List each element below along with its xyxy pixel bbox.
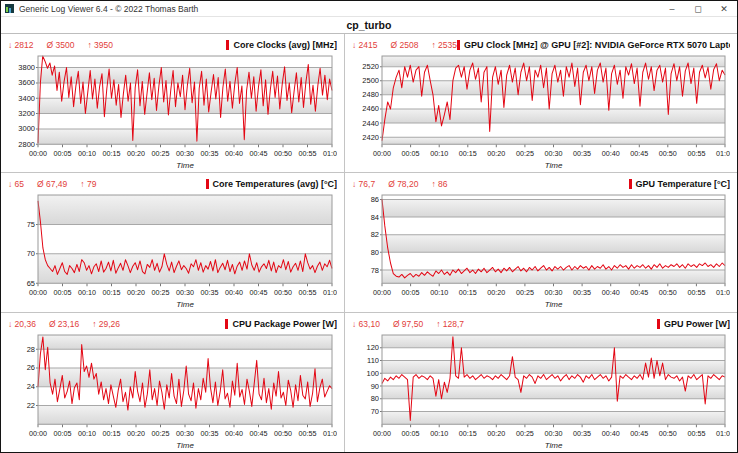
gpu-clock-stats: ↓ 2415 Ø 2508 ↑ 2535 (352, 40, 457, 50)
svg-text:00:55: 00:55 (687, 429, 705, 438)
svg-text:00:30: 00:30 (544, 289, 562, 298)
svg-text:00:15: 00:15 (459, 429, 477, 438)
svg-text:2420: 2420 (362, 133, 379, 142)
svg-text:00:35: 00:35 (201, 429, 219, 438)
core-temperatures-chart[interactable]: 65707500:0000:0500:1000:1500:2000:2500:3… (8, 192, 337, 310)
svg-text:Time: Time (176, 301, 194, 310)
stat-max: ↑ 29,26 (92, 319, 120, 329)
svg-text:90: 90 (371, 381, 379, 390)
title-bar: Generic Log Viewer 6.4 - © 2022 Thomas B… (1, 1, 737, 17)
legend-color-bar-icon (657, 319, 660, 329)
stat-avg: Ø 3500 (47, 40, 75, 50)
svg-text:00:10: 00:10 (78, 149, 96, 158)
stat-avg: Ø 2508 (391, 40, 419, 50)
svg-text:00:00: 00:00 (29, 289, 47, 298)
gpu-power-chart[interactable]: 70809010011012000:0000:0500:1000:1500:20… (352, 332, 730, 451)
svg-text:00:00: 00:00 (373, 289, 391, 298)
svg-text:00:40: 00:40 (225, 429, 243, 438)
svg-text:2480: 2480 (362, 90, 379, 99)
svg-text:00:30: 00:30 (176, 149, 194, 158)
svg-text:00:25: 00:25 (516, 149, 534, 158)
maximize-button[interactable]: ◻ (685, 1, 711, 16)
svg-text:00:45: 00:45 (249, 289, 267, 298)
chart-panel-core-temperatures: ↓ 65 Ø 67,49 ↑ 79 Core Temperatures (avg… (1, 173, 345, 312)
svg-text:00:30: 00:30 (176, 289, 194, 298)
svg-text:00:20: 00:20 (127, 289, 145, 298)
window-controls: – ◻ ✕ (659, 1, 737, 16)
svg-text:00:55: 00:55 (299, 429, 317, 438)
svg-text:00:50: 00:50 (274, 429, 292, 438)
stat-max: ↑ 2535 (431, 40, 457, 50)
svg-text:26: 26 (27, 363, 35, 372)
svg-text:3000: 3000 (18, 124, 35, 133)
svg-text:00:20: 00:20 (487, 149, 505, 158)
svg-text:82: 82 (371, 231, 379, 240)
svg-text:00:40: 00:40 (225, 149, 243, 158)
tab-cp-turbo[interactable]: cp_turbo (337, 19, 402, 31)
app-window: Generic Log Viewer 6.4 - © 2022 Thomas B… (0, 0, 738, 453)
chart-panel-gpu-clock: ↓ 2415 Ø 2508 ↑ 2535 GPU Clock [MHz] @ G… (345, 34, 737, 173)
svg-text:00:55: 00:55 (687, 149, 705, 158)
svg-text:00:40: 00:40 (225, 289, 243, 298)
minimize-button[interactable]: – (659, 1, 685, 16)
svg-text:Time: Time (176, 441, 194, 450)
svg-text:65: 65 (27, 279, 35, 288)
svg-text:3800: 3800 (18, 63, 35, 72)
svg-text:01:00: 01:00 (323, 429, 337, 438)
svg-text:Time: Time (545, 301, 563, 310)
core-clocks-chart[interactable]: 28003000320034003600380000:0000:0500:100… (8, 53, 337, 171)
svg-text:00:40: 00:40 (602, 289, 620, 298)
svg-text:28: 28 (27, 344, 35, 353)
cpu-package-power-title: CPU Package Power [W] (225, 319, 337, 329)
stat-min: ↓ 20,36 (8, 319, 36, 329)
svg-text:00:55: 00:55 (298, 149, 316, 158)
gpu-power-stats: ↓ 63,10 Ø 97,50 ↑ 128,7 (352, 319, 464, 329)
svg-text:00:05: 00:05 (402, 289, 420, 298)
svg-text:00:20: 00:20 (487, 289, 505, 298)
svg-text:00:45: 00:45 (630, 149, 648, 158)
svg-text:00:00: 00:00 (373, 149, 391, 158)
svg-text:00:40: 00:40 (602, 429, 620, 438)
stat-max: ↑ 86 (431, 179, 447, 189)
gpu-clock-chart[interactable]: 24202440246024802500252000:0000:0500:100… (352, 53, 730, 171)
stat-avg: Ø 67,49 (37, 179, 67, 189)
legend-color-bar-icon (206, 179, 209, 189)
gpu-temperature-chart[interactable]: 788082848600:0000:0500:1000:1500:2000:25… (352, 192, 730, 310)
svg-text:Time: Time (545, 161, 563, 170)
svg-text:00:15: 00:15 (103, 429, 121, 438)
svg-text:120: 120 (367, 343, 379, 352)
svg-text:00:50: 00:50 (659, 149, 677, 158)
svg-text:00:45: 00:45 (250, 429, 268, 438)
svg-text:00:30: 00:30 (176, 429, 194, 438)
stat-min: ↓ 2812 (8, 40, 34, 50)
stat-min: ↓ 63,10 (352, 319, 380, 329)
svg-text:3200: 3200 (18, 109, 35, 118)
svg-text:00:05: 00:05 (53, 289, 71, 298)
svg-text:01:00: 01:00 (323, 289, 337, 298)
svg-text:00:50: 00:50 (274, 289, 292, 298)
legend-color-bar-icon (226, 40, 229, 50)
svg-text:00:35: 00:35 (573, 429, 591, 438)
cpu-package-power-chart[interactable]: 2224262800:0000:0500:1000:1500:2000:2500… (8, 332, 337, 451)
svg-text:00:35: 00:35 (573, 289, 591, 298)
stat-min: ↓ 2415 (352, 40, 378, 50)
svg-text:70: 70 (27, 250, 35, 259)
svg-text:00:55: 00:55 (298, 289, 316, 298)
svg-text:00:15: 00:15 (102, 149, 120, 158)
stat-max: ↑ 128,7 (436, 319, 464, 329)
svg-text:00:20: 00:20 (127, 149, 145, 158)
svg-text:00:05: 00:05 (402, 149, 420, 158)
svg-text:75: 75 (27, 220, 35, 229)
svg-text:01:00: 01:00 (716, 429, 730, 438)
svg-text:00:25: 00:25 (151, 289, 169, 298)
close-button[interactable]: ✕ (711, 1, 737, 16)
gpu-temperature-title: GPU Temperature [°C] (629, 179, 730, 189)
svg-text:00:50: 00:50 (659, 429, 677, 438)
svg-text:00:45: 00:45 (249, 149, 267, 158)
svg-text:00:15: 00:15 (102, 289, 120, 298)
svg-text:00:10: 00:10 (430, 289, 448, 298)
tab-strip: cp_turbo (1, 17, 737, 34)
stat-avg: Ø 78,20 (388, 179, 418, 189)
window-title: Generic Log Viewer 6.4 - © 2022 Thomas B… (19, 4, 659, 14)
svg-text:00:40: 00:40 (602, 149, 620, 158)
